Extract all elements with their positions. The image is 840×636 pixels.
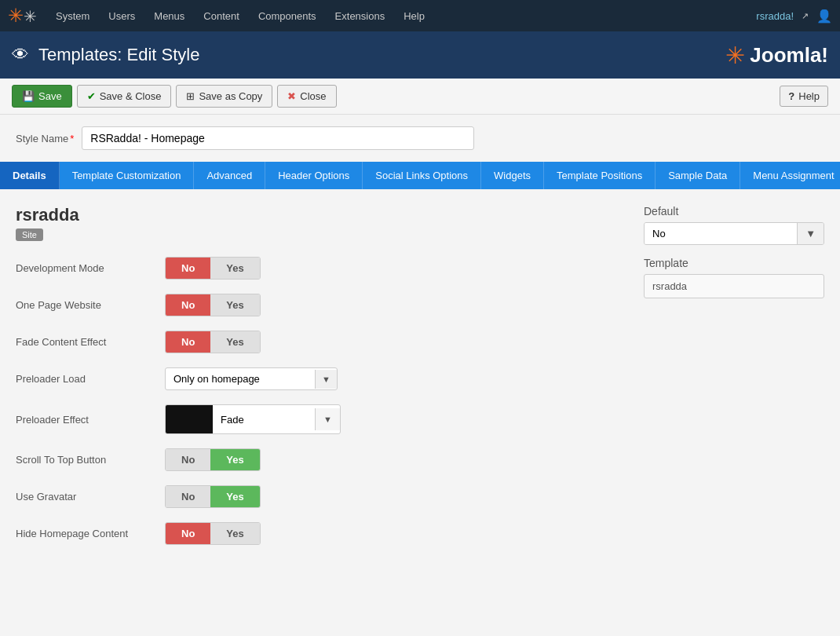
tab-sample-data[interactable]: Sample Data — [656, 162, 740, 189]
main-content: rsradda Site Development Mode No Yes One… — [0, 189, 840, 575]
tab-details[interactable]: Details — [0, 162, 60, 189]
use-gravatar-label: Use Gravatar — [16, 491, 153, 503]
fade-content-label: Fade Content Effect — [16, 336, 153, 348]
tab-advanced[interactable]: Advanced — [194, 162, 265, 189]
nav-items: System Users Menus Content Components Ex… — [48, 5, 756, 27]
one-page-website-toggle: No Yes — [165, 294, 261, 316]
style-name-input[interactable] — [82, 126, 474, 150]
scroll-to-top-label: Scroll To Top Button — [16, 454, 153, 466]
help-button[interactable]: ? Help — [780, 86, 828, 107]
fade-content-yes[interactable]: Yes — [210, 331, 259, 353]
eye-icon: 👁 — [12, 45, 29, 65]
one-page-website-label: One Page Website — [16, 299, 153, 311]
template-field-value: rsradda — [644, 274, 824, 298]
one-page-website-yes[interactable]: Yes — [210, 294, 259, 316]
joomla-logo-icon: ✳ — [725, 42, 745, 69]
joomla-brand-icon[interactable]: ✳ — [8, 5, 37, 27]
nav-menus[interactable]: Menus — [146, 5, 192, 27]
user-area: rsradda! ↗ 👤 — [756, 9, 832, 24]
save-icon: 💾 — [22, 90, 35, 102]
site-badge: Site — [16, 228, 43, 241]
right-panel: Default No Yes ▼ Template rsradda — [644, 205, 824, 559]
default-label: Default — [644, 205, 824, 217]
tab-bar: Details Template Customization Advanced … — [0, 162, 840, 189]
one-page-website-row: One Page Website No Yes — [16, 294, 628, 316]
tab-template-positions[interactable]: Template Positions — [544, 162, 656, 189]
tab-menu-assignment[interactable]: Menu Assignment — [740, 162, 840, 189]
preloader-effect-row: Preloader Effect Fade Slide None ▼ — [16, 404, 628, 434]
development-mode-no[interactable]: No — [166, 258, 210, 279]
tab-social-links[interactable]: Social Links Options — [363, 162, 481, 189]
use-gravatar-toggle: No Yes — [165, 485, 261, 508]
check-icon: ✔ — [87, 90, 96, 102]
save-close-button[interactable]: ✔ Save & Close — [77, 85, 172, 108]
joomla-logo-text: Joomla! — [750, 43, 828, 68]
style-name-label: Style Name* — [16, 133, 74, 144]
template-field-label: Template — [644, 257, 824, 269]
external-link-icon: ↗ — [802, 11, 809, 21]
toolbar: 💾 Save ✔ Save & Close ⊞ Save as Copy ✖ C… — [0, 79, 840, 115]
nav-system[interactable]: System — [48, 5, 97, 27]
preloader-effect-arrow[interactable]: ▼ — [315, 408, 340, 430]
required-asterisk: * — [70, 133, 74, 144]
top-navigation: ✳ System Users Menus Content Components … — [0, 0, 840, 31]
toolbar-right: ? Help — [780, 86, 828, 107]
header-bar: 👁 Templates: Edit Style ✳ Joomla! — [0, 31, 840, 79]
hide-homepage-yes[interactable]: Yes — [210, 523, 259, 544]
save-button[interactable]: 💾 Save — [12, 85, 72, 108]
scroll-to-top-toggle: No Yes — [165, 448, 261, 471]
development-mode-toggle: No Yes — [165, 257, 261, 280]
tab-template-customization[interactable]: Template Customization — [60, 162, 195, 189]
scroll-to-top-yes[interactable]: Yes — [210, 449, 259, 470]
nav-content[interactable]: Content — [195, 5, 247, 27]
close-icon: ✖ — [287, 90, 296, 102]
user-link[interactable]: rsradda! — [756, 10, 794, 22]
close-button[interactable]: ✖ Close — [277, 85, 336, 108]
template-field: Template rsradda — [644, 257, 824, 298]
scroll-to-top-no[interactable]: No — [166, 449, 210, 470]
style-name-row: Style Name* — [0, 115, 840, 162]
hide-homepage-label: Hide Homepage Content — [16, 528, 153, 539]
nav-extensions[interactable]: Extensions — [327, 5, 393, 27]
left-panel: rsradda Site Development Mode No Yes One… — [16, 205, 628, 559]
nav-help[interactable]: Help — [396, 5, 433, 27]
use-gravatar-yes[interactable]: Yes — [210, 486, 259, 507]
joomla-logo: ✳ Joomla! — [725, 42, 828, 69]
development-mode-label: Development Mode — [16, 262, 153, 274]
fade-content-row: Fade Content Effect No Yes — [16, 331, 628, 353]
hide-homepage-no[interactable]: No — [166, 523, 210, 544]
fade-content-no[interactable]: No — [166, 331, 210, 353]
use-gravatar-no[interactable]: No — [166, 486, 210, 507]
tab-header-options[interactable]: Header Options — [265, 162, 363, 189]
page-title: Templates: Edit Style — [38, 45, 725, 65]
preloader-effect-control: Fade Slide None ▼ — [165, 404, 341, 434]
preloader-load-label: Preloader Load — [16, 373, 153, 385]
tab-widgets[interactable]: Widgets — [481, 162, 544, 189]
question-icon: ? — [788, 90, 794, 102]
nav-users[interactable]: Users — [100, 5, 143, 27]
preloader-load-select[interactable]: Only on homepage Always Never — [166, 368, 315, 389]
development-mode-yes[interactable]: Yes — [210, 258, 259, 279]
use-gravatar-row: Use Gravatar No Yes — [16, 485, 628, 508]
default-dropdown-arrow[interactable]: ▼ — [797, 223, 824, 244]
preloader-load-arrow[interactable]: ▼ — [315, 370, 337, 389]
preloader-load-row: Preloader Load Only on homepage Always N… — [16, 367, 628, 390]
hide-homepage-toggle: No Yes — [165, 522, 261, 545]
nav-components[interactable]: Components — [250, 5, 324, 27]
copy-icon: ⊞ — [186, 90, 195, 102]
default-dropdown: No Yes ▼ — [644, 222, 824, 245]
preloader-effect-label: Preloader Effect — [16, 414, 153, 426]
preloader-load-dropdown: Only on homepage Always Never ▼ — [165, 367, 338, 390]
user-icon[interactable]: 👤 — [816, 9, 832, 24]
fade-content-toggle: No Yes — [165, 331, 261, 353]
scroll-to-top-row: Scroll To Top Button No Yes — [16, 448, 628, 471]
default-select[interactable]: No Yes — [645, 223, 797, 244]
template-name-heading: rsradda — [16, 205, 628, 225]
save-copy-button[interactable]: ⊞ Save as Copy — [176, 85, 272, 108]
one-page-website-no[interactable]: No — [166, 294, 210, 316]
preloader-effect-select[interactable]: Fade Slide None — [213, 409, 315, 430]
hide-homepage-row: Hide Homepage Content No Yes — [16, 522, 628, 545]
development-mode-row: Development Mode No Yes — [16, 257, 628, 280]
color-swatch[interactable] — [166, 405, 213, 433]
